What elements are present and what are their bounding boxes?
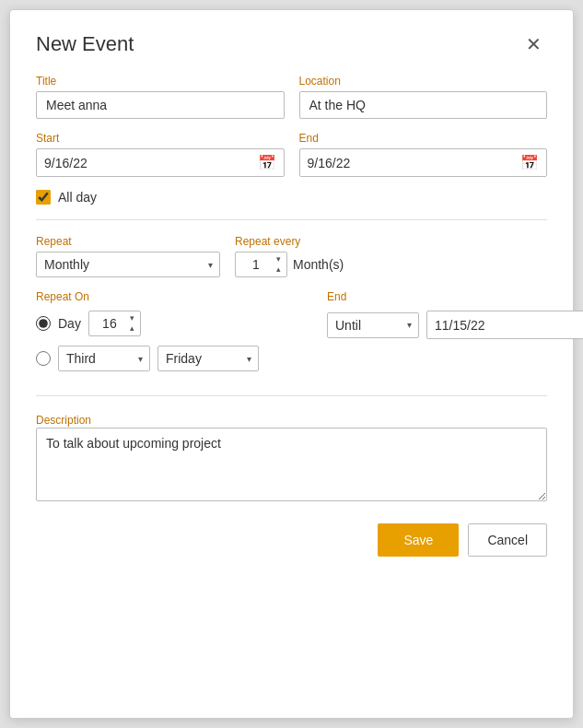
day-radio[interactable] [36,316,51,331]
title-location-row: Title Location [36,75,547,119]
dialog-title: New Event [36,32,134,56]
repeat-every-input[interactable] [239,252,273,276]
end-date-label: End [299,132,548,145]
location-label: Location [299,75,548,88]
day-up-btn[interactable]: ▴ [128,323,136,334]
save-button[interactable]: Save [378,523,459,557]
occurrence-select-outer: First Second Third Fourth Last ▾ [58,346,150,371]
occurrence-select[interactable]: First Second Third Fourth Last [58,346,150,371]
divider-2 [36,395,547,396]
repeat-group: Repeat None Daily Weekly Monthly Yearly … [36,235,220,277]
repeat-every-group: Repeat every ▾ ▴ Month(s) [235,235,547,277]
repeat-on-group: Repeat On Day ▾ ▴ [36,290,312,381]
title-group: Title [36,75,285,119]
description-label: Description [36,414,91,427]
day-radio-label: Day [58,316,81,331]
close-button[interactable]: ✕ [520,33,547,55]
start-date-input[interactable] [44,156,258,170]
weekday-select[interactable]: Sunday Monday Tuesday Wednesday Thursday… [157,346,259,371]
allday-checkbox[interactable] [36,190,51,205]
day-stepper-btns: ▾ ▴ [128,313,136,334]
day-stepper: ▾ ▴ [88,311,141,336]
location-input[interactable] [299,91,548,119]
day-down-btn[interactable]: ▾ [128,313,136,323]
allday-label: All day [58,190,97,205]
description-section: Description To talk about upcoming proje… [36,411,547,505]
repeat-select-outer: None Daily Weekly Monthly Yearly ▾ [36,252,220,277]
end-group: End 📅 [299,132,548,177]
repeat-every-stepper-btns: ▾ ▴ [274,254,283,275]
start-calendar-icon[interactable]: 📅 [258,154,276,171]
repeat-every-controls: ▾ ▴ Month(s) [235,252,547,277]
repeat-every-up-btn[interactable]: ▴ [274,264,283,275]
repeat-on-label: Repeat On [36,290,312,303]
day-radio-row: Day ▾ ▴ [36,311,312,336]
repeat-every-stepper: ▾ ▴ [235,252,287,277]
repeat-every-label: Repeat every [235,235,547,248]
title-input[interactable] [36,91,285,119]
repeat-row: Repeat None Daily Weekly Monthly Yearly … [36,235,547,277]
location-group: Location [299,75,548,119]
end-calendar-icon[interactable]: 📅 [520,154,539,171]
start-label: Start [36,132,285,145]
repeat-every-down-btn[interactable]: ▾ [274,254,283,264]
week-radio-row: First Second Third Fourth Last ▾ Sunday … [36,346,312,371]
allday-row: All day [36,190,547,205]
week-radio[interactable] [36,351,51,366]
title-label: Title [36,75,285,88]
end-type-select[interactable]: Never Until After [327,312,419,338]
end-repeat-label: End [327,290,583,303]
week-selects: First Second Third Fourth Last ▾ Sunday … [58,346,259,371]
dialog-footer: Save Cancel [36,523,547,557]
repeat-label: Repeat [36,235,220,248]
end-date-input[interactable] [308,156,521,170]
dialog-header: New Event ✕ [36,32,547,56]
repeat-unit-label: Month(s) [293,257,344,272]
end-type-select-outer: Never Until After ▾ [327,312,419,338]
weekday-select-outer: Sunday Monday Tuesday Wednesday Thursday… [157,346,259,371]
divider-1 [36,219,547,220]
end-controls: Never Until After ▾ 📅 [327,311,583,339]
end-repeat-group: End Never Until After ▾ 📅 [327,290,583,339]
repeat-on-end-row: Repeat On Day ▾ ▴ [36,290,547,381]
end-date-wrapper: 📅 [299,148,548,177]
cancel-button[interactable]: Cancel [468,523,547,557]
start-group: Start 📅 [36,132,285,177]
end-date-until-wrapper: 📅 [426,311,583,339]
date-row: Start 📅 End 📅 [36,132,547,177]
repeat-select[interactable]: None Daily Weekly Monthly Yearly [36,252,220,277]
start-date-wrapper: 📅 [36,148,285,177]
day-input[interactable] [93,311,126,335]
description-textarea[interactable]: To talk about upcoming project [36,428,547,501]
end-date-until-input[interactable] [435,318,583,333]
new-event-dialog: New Event ✕ Title Location Start 📅 End 📅 [9,9,574,719]
